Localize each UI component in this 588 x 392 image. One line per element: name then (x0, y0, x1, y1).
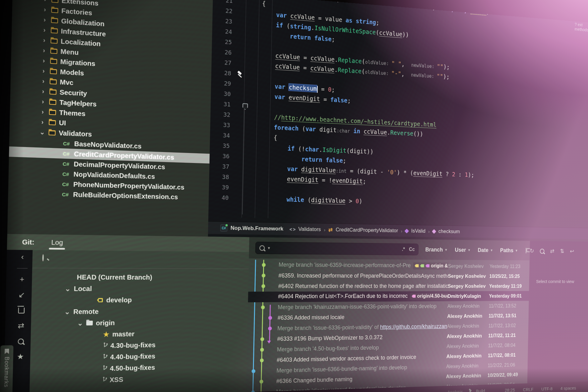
tab-log[interactable]: Log (51, 238, 63, 246)
go-to-hash-icon[interactable] (525, 248, 530, 253)
folder-icon (50, 69, 57, 74)
commit-row[interactable]: #6359. Increased performance of PrepareP… (248, 270, 529, 281)
commit-author: Alexey Anokhin (447, 303, 489, 309)
favorite-icon[interactable]: ★ (16, 352, 25, 361)
branch-label: 4.30-bug-fixes (110, 341, 156, 349)
branch-item-local[interactable]: ⌄Local (32, 283, 248, 294)
mouse-cursor-icon (237, 71, 245, 79)
chevron-down-icon[interactable]: ⌄ (39, 128, 46, 136)
chevron-right-icon[interactable]: › (39, 108, 46, 115)
tab-bookmarks[interactable]: Bookmarks (0, 345, 13, 392)
get-from-vcs-icon[interactable]: ↙ (17, 290, 26, 299)
commit-search-input[interactable]: ▼ .* Cc (255, 242, 418, 255)
line-separator[interactable]: CRLF (523, 387, 534, 392)
branch-label: Remote (73, 308, 99, 315)
line-number: 28 (211, 67, 231, 79)
regex-toggle[interactable]: .* (402, 247, 405, 252)
branch-icon (102, 364, 108, 372)
commit-message: #6402 Returned function of the redirect … (278, 283, 448, 289)
commit-message: Merge branch 'khairuzzaman-issue-6336-po… (278, 303, 447, 311)
filter-branch[interactable]: Branch▼ (425, 246, 448, 253)
compare-icon[interactable]: ⇄ (550, 247, 555, 254)
folder-icon (51, 0, 58, 3)
tree-item-label: DecimalPropertyValidator.cs (74, 160, 165, 171)
tag-icon (425, 264, 429, 267)
chevron-right-icon[interactable]: › (41, 36, 48, 44)
filter-user[interactable]: User▼ (455, 247, 471, 253)
breadcrumb-project[interactable]: Nop.Web.Framework (231, 225, 283, 232)
chevron-right-icon[interactable]: › (40, 57, 47, 64)
chevron-right-icon[interactable]: › (39, 88, 47, 95)
csharp-file-icon: C# (63, 150, 72, 156)
commit-author: Alexey Anokhin (447, 333, 488, 339)
add-icon[interactable]: + (17, 275, 27, 284)
breadcrumb-item[interactable]: IsValid (411, 228, 426, 234)
caret-position[interactable]: 28:25 (505, 387, 515, 392)
indent-setting[interactable]: 4 spaces (560, 385, 576, 391)
chevron-right-icon[interactable]: › (39, 98, 47, 105)
commit-row[interactable]: #6404 Rejection of List<T>.ForEach due t… (248, 291, 529, 302)
tree-item-label: Menu (60, 48, 79, 57)
chevron-down-icon: ▼ (267, 246, 271, 250)
tree-item-label: PhoneNumberPropertyValidator.cs (73, 181, 185, 191)
delete-icon[interactable] (17, 306, 26, 315)
chevron-down-icon[interactable]: ⌄ (65, 285, 74, 293)
ref-tag-chip[interactable]: origin & develop (413, 262, 448, 270)
match-case-toggle[interactable]: Cc (409, 247, 415, 252)
chevron-right-icon[interactable]: › (42, 0, 49, 3)
chevron-right-icon[interactable]: › (41, 26, 48, 33)
csharp-file-icon: C# (62, 171, 71, 177)
class-icon: ⇄ (328, 227, 333, 233)
undo-icon[interactable]: ↩ (570, 248, 574, 255)
analysis-widget[interactable]: Analysis (447, 389, 463, 392)
breadcrumb[interactable]: C#Nop.Web.Framework < >Validators›⇄Credi… (208, 221, 588, 239)
compare-icon[interactable]: ⇄ (16, 321, 26, 330)
log-actions: ↻ ⇄ ⇅ ↩ (530, 247, 574, 255)
branch-item-develop[interactable]: develop (31, 294, 248, 306)
star-icon: ★ (103, 330, 109, 338)
search-icon[interactable] (16, 337, 25, 346)
breadcrumb-item[interactable]: checksum (438, 228, 460, 235)
branch-search[interactable] (42, 255, 44, 261)
commit-details-pane: ↻ ⇄ ⇅ ↩ Select commit to view Commit (527, 241, 588, 384)
chevron-right-icon[interactable]: › (40, 47, 48, 54)
file-encoding[interactable]: UTF-8 (541, 386, 553, 391)
line-number: 32 (210, 109, 231, 120)
build-widget[interactable]: Build (476, 388, 485, 392)
chevron-down-icon[interactable]: ⌄ (77, 319, 86, 327)
commit-date: Yesterday 11:19 (489, 283, 529, 289)
folder-icon (51, 18, 58, 23)
refresh-icon[interactable]: ↻ (530, 247, 534, 254)
commit-date: 11/7/22, 13:52 (489, 303, 529, 309)
commit-link[interactable]: https://github.com/khairuzzaman/ (380, 323, 447, 330)
hide-panel-icon[interactable]: ‹ (18, 253, 27, 262)
chevron-right-icon[interactable]: › (39, 118, 46, 126)
line-number: 25 (212, 36, 232, 48)
ref-tag-chip[interactable]: origin/4.50-bug-fixes (410, 293, 448, 300)
search-icon[interactable] (540, 249, 545, 254)
breadcrumb-item[interactable]: CreditCardPropertyValidator (336, 227, 398, 234)
folder-icon (50, 48, 58, 54)
commit-row[interactable]: #6402 Returned function of the redirect … (248, 281, 529, 292)
branch-item-head-current-branch-[interactable]: HEAD (Current Branch) (32, 271, 249, 283)
commit-author: Alexey Anokhin (446, 353, 488, 359)
commit-date: 11/7/22, 13:51 (489, 313, 529, 318)
filter-date[interactable]: Date▼ (478, 247, 493, 253)
git-log-panel: ▼ .* Cc Branch▼User▼Date▼Paths▼ Merge br… (246, 237, 530, 392)
code-vision-hint[interactable]: ? ext methods (575, 22, 588, 37)
folder-icon (49, 89, 57, 94)
chevron-right-icon[interactable]: › (40, 77, 47, 85)
chevron-down-icon: ▼ (468, 248, 471, 252)
chevron-right-icon[interactable]: › (40, 67, 47, 74)
breadcrumb-item[interactable]: Validators (298, 226, 321, 232)
filter-paths[interactable]: Paths▼ (500, 247, 518, 254)
bookmark-icon (5, 349, 9, 354)
chevron-down-icon[interactable]: ⌄ (64, 308, 73, 316)
commit-author: DmitriyKulagin (448, 293, 489, 299)
commit-row[interactable]: Merge branch 'issue-6359-increase-perfor… (249, 260, 530, 271)
line-number: 40 (209, 192, 229, 203)
swap-icon[interactable]: ⇅ (560, 248, 564, 255)
code-editor[interactable]: override bool IsValid(ValidationContext<… (208, 0, 588, 242)
chevron-right-icon[interactable]: › (41, 6, 48, 13)
chevron-right-icon[interactable]: › (41, 16, 48, 23)
